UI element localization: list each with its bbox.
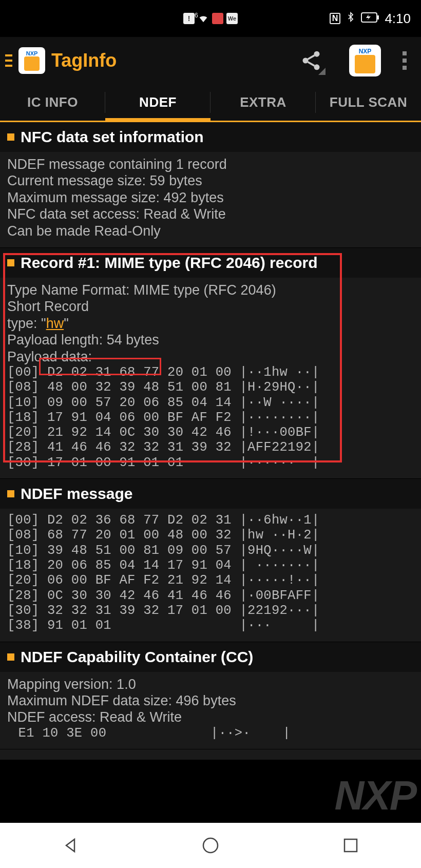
menu-button[interactable] bbox=[5, 54, 12, 67]
section-title: NFC data set information bbox=[21, 128, 204, 146]
tnf-line: Type Name Format: MIME type (RFC 2046) bbox=[7, 282, 414, 298]
status-right: N 4:10 bbox=[330, 11, 411, 27]
section-body-ndef-message: [00] D2 02 36 68 77 D2 02 31 |··6hw··1| … bbox=[0, 509, 421, 642]
svg-line-5 bbox=[308, 55, 315, 59]
svg-point-2 bbox=[314, 51, 320, 57]
recents-button[interactable] bbox=[340, 835, 361, 856]
tab-full-scan[interactable]: FULL SCAN bbox=[316, 84, 421, 121]
bluetooth-icon bbox=[346, 11, 356, 26]
cc-hex-dump: E1 10 3E 00 |··>· | bbox=[7, 726, 414, 741]
section-header-cc: NDEF Capability Container (CC) bbox=[0, 642, 421, 672]
app-bar: NXP TagInfo NXP bbox=[0, 37, 421, 84]
app-title: TagInfo bbox=[51, 50, 294, 71]
tab-ic-info[interactable]: IC INFO bbox=[0, 84, 105, 121]
status-bar: ! 6 We N 4:10 bbox=[0, 0, 421, 37]
app-notif-icon bbox=[212, 13, 223, 24]
battery-icon bbox=[361, 11, 379, 26]
info-line: Can be made Read-Only bbox=[7, 223, 414, 239]
svg-point-7 bbox=[203, 838, 218, 853]
section-body-cc: Mapping version: 1.0 Maximum NDEF data s… bbox=[0, 672, 421, 749]
alert-icon: ! bbox=[183, 13, 195, 24]
section-nfc-info: NFC data set information NDEF message co… bbox=[0, 122, 421, 248]
section-body-record1: Type Name Format: MIME type (RFC 2046) S… bbox=[0, 278, 421, 478]
svg-line-6 bbox=[308, 62, 315, 66]
info-line: NFC data set access: Read & Write bbox=[7, 206, 414, 222]
overflow-menu-button[interactable] bbox=[403, 51, 416, 70]
tagwriter-button[interactable]: NXP bbox=[349, 45, 381, 76]
ndef-hex-dump: [00] D2 02 36 68 77 D2 02 31 |··6hw··1| … bbox=[7, 513, 414, 633]
svg-rect-1 bbox=[377, 15, 379, 20]
section-ndef-message: NDEF message [00] D2 02 36 68 77 D2 02 3… bbox=[0, 479, 421, 642]
type-line: type: "hw" bbox=[7, 315, 414, 332]
section-title: NDEF message bbox=[21, 485, 132, 503]
payload-length-line: Payload length: 54 bytes bbox=[7, 332, 414, 348]
status-notifications: ! 6 We bbox=[183, 13, 238, 24]
section-header-nfc-info: NFC data set information bbox=[0, 122, 421, 152]
type-label: type: " bbox=[7, 316, 46, 331]
bullet-icon bbox=[7, 653, 14, 661]
nfc-icon: N bbox=[330, 13, 341, 24]
record1-hex-dump: [00] D2 02 31 68 77 20 01 00 |··1hw ··| … bbox=[7, 365, 414, 470]
section-record1: Record #1: MIME type (RFC 2046) record T… bbox=[0, 248, 421, 479]
cc-line: Mapping version: 1.0 bbox=[7, 676, 414, 692]
wifi-icon: 6 bbox=[198, 13, 209, 24]
section-title: Record #1: MIME type (RFC 2046) record bbox=[21, 254, 317, 272]
section-header-ndef-message: NDEF message bbox=[0, 479, 421, 509]
cc-line: Maximum NDEF data size: 496 bytes bbox=[7, 692, 414, 709]
short-record-line: Short Record bbox=[7, 298, 414, 315]
svg-rect-8 bbox=[345, 839, 357, 852]
back-button[interactable] bbox=[60, 835, 81, 856]
we-icon: We bbox=[226, 13, 238, 24]
content-scroll[interactable]: NFC data set information NDEF message co… bbox=[0, 122, 421, 760]
info-line: Current message size: 59 bytes bbox=[7, 172, 414, 189]
app-icon: NXP bbox=[18, 47, 45, 74]
section-cc: NDEF Capability Container (CC) Mapping v… bbox=[0, 642, 421, 749]
status-time: 4:10 bbox=[385, 11, 411, 27]
cc-line: NDEF access: Read & Write bbox=[7, 709, 414, 725]
info-line: NDEF message containing 1 record bbox=[7, 156, 414, 172]
type-close: " bbox=[64, 316, 69, 331]
bullet-icon bbox=[7, 490, 14, 497]
tab-ndef[interactable]: NDEF bbox=[105, 84, 210, 121]
section-body-nfc-info: NDEF message containing 1 record Current… bbox=[0, 152, 421, 247]
home-button[interactable] bbox=[200, 835, 221, 856]
tab-bar: IC INFO NDEF EXTRA FULL SCAN bbox=[0, 84, 421, 122]
section-title: NDEF Capability Container (CC) bbox=[21, 648, 253, 666]
android-nav-bar bbox=[0, 823, 421, 868]
payload-data-label: Payload data: bbox=[7, 349, 414, 365]
tab-extra[interactable]: EXTRA bbox=[210, 84, 316, 121]
bullet-icon bbox=[7, 133, 14, 141]
section-header-record1: Record #1: MIME type (RFC 2046) record bbox=[0, 248, 421, 278]
share-button[interactable] bbox=[300, 49, 322, 72]
type-value-link[interactable]: hw bbox=[46, 316, 64, 331]
info-line: Maximum message size: 492 bytes bbox=[7, 189, 414, 206]
bullet-icon bbox=[7, 259, 14, 266]
svg-point-3 bbox=[303, 58, 309, 64]
nxp-watermark: NXP bbox=[335, 772, 416, 819]
